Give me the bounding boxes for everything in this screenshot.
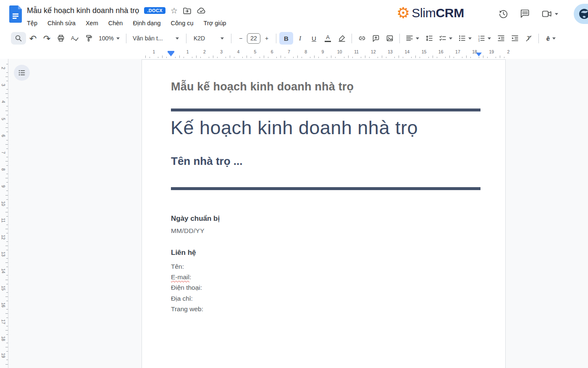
decrease-font-size-button[interactable]: − — [234, 32, 247, 45]
left-indent-marker[interactable] — [168, 53, 174, 56]
chevron-down-icon — [555, 13, 558, 15]
underline-button[interactable]: U — [307, 32, 321, 45]
ruler-number: 7 — [1, 149, 6, 156]
ruler-tick — [386, 57, 386, 58]
menu-item[interactable]: Định dạng — [133, 19, 160, 27]
ruler-tick — [6, 318, 8, 318]
insert-image-button[interactable] — [383, 32, 396, 45]
text-color-button[interactable]: A — [321, 32, 335, 45]
account-avatar[interactable] — [574, 4, 588, 24]
align-button[interactable] — [403, 32, 422, 45]
ruler-tick — [327, 57, 327, 58]
line-spacing-button[interactable] — [422, 32, 436, 45]
video-call-control[interactable] — [541, 8, 558, 19]
italic-button[interactable]: I — [293, 32, 307, 45]
numbered-list-button[interactable]: 123 — [475, 32, 494, 45]
contact-field[interactable]: Điện thoại: — [171, 282, 203, 293]
ruler-tick — [5, 111, 8, 111]
comments-icon[interactable] — [520, 8, 530, 19]
ruler-number: 12 — [368, 49, 378, 54]
video-camera-icon[interactable] — [541, 8, 552, 19]
ruler-number: 6 — [267, 49, 277, 54]
ruler-number: 15 — [419, 49, 429, 54]
show-outline-button[interactable] — [14, 65, 30, 81]
spellcheck-button[interactable]: A — [68, 32, 81, 45]
star-icon[interactable]: ☆ — [171, 7, 178, 15]
google-docs-icon[interactable] — [9, 5, 22, 23]
ruler-tick — [483, 56, 483, 58]
cloud-status-icon[interactable] — [197, 6, 206, 15]
highlight-color-button[interactable] — [335, 32, 349, 45]
ruler-tick — [226, 57, 226, 58]
paint-format-button[interactable] — [81, 32, 95, 45]
menu-item[interactable]: Công cụ — [171, 19, 194, 27]
header-actions — [498, 8, 558, 19]
ruler-number: 18 — [470, 49, 480, 54]
ruler-tick — [5, 262, 8, 263]
contact-field[interactable]: Trang web: — [171, 304, 203, 314]
font-family-select[interactable]: K2D — [189, 32, 228, 45]
checklist-button[interactable] — [436, 32, 455, 45]
decrease-indent-button[interactable] — [494, 32, 508, 45]
prepared-date-value[interactable]: MM/DD/YY — [171, 227, 205, 235]
ruler-tick — [382, 56, 382, 58]
contact-heading[interactable]: Liên hệ — [171, 249, 196, 257]
insert-link-button[interactable] — [355, 32, 369, 45]
redo-button[interactable]: ↷ — [40, 32, 54, 45]
ruler-tick — [6, 64, 8, 64]
increase-indent-button[interactable] — [508, 32, 522, 45]
separator — [399, 34, 400, 43]
contact-field[interactable]: Địa chỉ: — [171, 293, 203, 304]
chevron-down-icon — [449, 37, 452, 40]
menu-bar: TệpChỉnh sửaXemChènĐịnh dạngCông cụTrợ g… — [27, 19, 226, 27]
menu-item[interactable]: Chỉnh sửa — [47, 19, 76, 27]
ruler-tick — [302, 57, 302, 58]
input-tools-button[interactable]: ê — [542, 32, 560, 45]
vertical-ruler[interactable]: 2345678910111213141516171819 — [0, 59, 8, 368]
prepared-date-label[interactable]: Ngày chuẩn bị — [171, 214, 220, 223]
document-main-title[interactable]: Kế hoạch kinh doanh nhà trọ — [171, 117, 418, 139]
menu-item[interactable]: Trợ giúp — [204, 19, 226, 27]
document-page[interactable]: Mẫu kế hoạch kinh doanh nhà trọ Kế hoạch… — [142, 59, 506, 368]
bold-button[interactable]: B — [279, 32, 293, 45]
ruler-number: 6 — [1, 132, 6, 139]
ruler-tick — [5, 330, 8, 331]
chevron-down-icon — [116, 37, 120, 40]
print-button[interactable] — [54, 32, 68, 45]
contact-field[interactable]: Tên: — [171, 261, 203, 272]
move-folder-icon[interactable] — [183, 6, 192, 15]
ruler-tick — [462, 57, 462, 58]
zoom-select[interactable]: 100% — [95, 32, 123, 45]
search-menus-button[interactable] — [11, 32, 26, 45]
ruler-tick — [310, 57, 310, 58]
bulleted-list-button[interactable] — [455, 32, 475, 45]
version-history-icon[interactable] — [498, 8, 509, 19]
contact-field[interactable]: E-mail: — [171, 272, 203, 282]
font-size-input[interactable]: 22 — [247, 33, 260, 44]
ruler-tick — [437, 57, 437, 58]
ruler-tick — [184, 57, 184, 58]
ruler-tick — [5, 297, 8, 297]
ruler-tick — [6, 199, 8, 200]
undo-button[interactable]: ↶ — [26, 32, 40, 45]
horizontal-ruler[interactable]: 1123456789101112131415161718192 — [142, 47, 506, 59]
misspelled-word[interactable]: E-mail — [171, 273, 189, 281]
menu-item[interactable]: Chèn — [108, 19, 123, 27]
ruler-number: 2 — [1, 65, 6, 71]
ruler-tick — [6, 157, 8, 157]
add-comment-button[interactable] — [369, 32, 383, 45]
ruler-tick — [415, 56, 416, 58]
ruler-tick — [369, 57, 370, 58]
document-heading-small[interactable]: Mẫu kế hoạch kinh doanh nhà trọ — [171, 80, 354, 93]
menu-item[interactable]: Tệp — [27, 19, 37, 27]
document-title[interactable]: Mẫu kế hoạch kinh doanh nhà trọ — [27, 6, 139, 15]
paragraph-styles-select[interactable]: Văn bản t... — [129, 32, 183, 45]
ruler-number: 14 — [1, 267, 6, 274]
menu-item[interactable]: Xem — [86, 19, 98, 27]
chevron-down-icon — [416, 37, 419, 40]
document-subtitle[interactable]: Tên nhà trọ ... — [171, 155, 242, 168]
increase-font-size-button[interactable]: + — [260, 32, 273, 45]
clear-formatting-button[interactable]: T — [522, 32, 536, 45]
ruler-tick — [344, 57, 344, 58]
ruler-number: 3 — [216, 49, 226, 54]
